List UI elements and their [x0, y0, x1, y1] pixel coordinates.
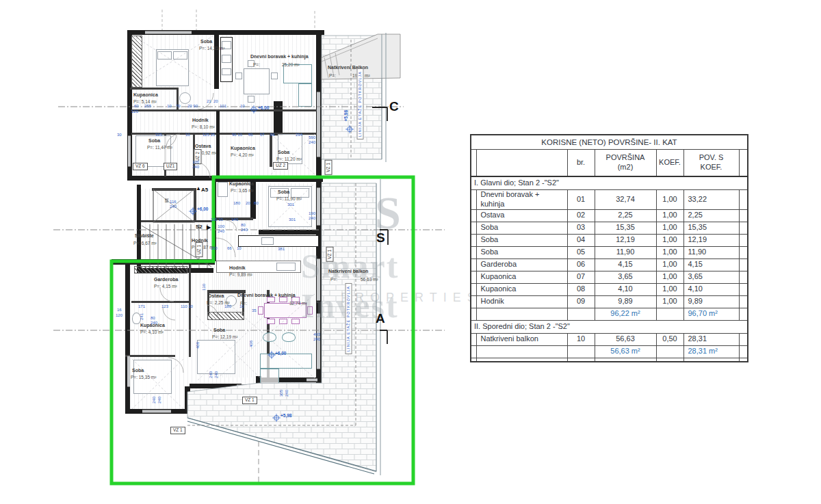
row-br-cell: 04 [567, 234, 595, 246]
dimension-label: 240 [309, 140, 315, 144]
row-gutter [739, 295, 748, 308]
row-koef-cell: 1,00 [656, 209, 683, 222]
row-gutter [471, 209, 476, 222]
box-label-label: VZ 1 [242, 397, 257, 404]
row-gutter [471, 295, 476, 308]
room-area-label: P=: 4,15 m² [154, 284, 177, 289]
box-label-label: VZ 1 [170, 427, 185, 434]
row-name-cell: Garderoba [476, 258, 567, 271]
subtotal-gutter [739, 345, 748, 358]
row-name-cell: Kupaonica [476, 271, 567, 283]
row-koef-cell: 1,00 [656, 234, 683, 246]
row-povrsina-cell: 2,25 [595, 209, 656, 222]
dimension-label: 21 20 [207, 99, 218, 103]
dimension-label: 123 [161, 304, 168, 308]
dimension-label: 325 [155, 133, 162, 137]
row-gutter [471, 234, 476, 246]
dimension-v-label: 408 [196, 342, 200, 349]
room-name-label: Garderoba [154, 277, 178, 282]
dimension-label: 116 [170, 200, 177, 204]
row-gutter [471, 190, 476, 210]
annotation-label: S2 [196, 224, 203, 230]
dimension-label: 120 [116, 313, 122, 317]
room-name-label: Kupaonica [229, 181, 254, 186]
room-name-label: Dnevni boravak + kuhinja [237, 293, 296, 297]
row-gutter [471, 283, 476, 295]
dimension-label: 301 [287, 202, 294, 207]
row-br-cell: 01 [567, 190, 595, 210]
dimension-label: 590 [309, 135, 315, 140]
room-area-label: P=: [329, 74, 336, 79]
dimension-label: 294 [296, 133, 302, 137]
dimension-v-label: 240 [285, 390, 289, 397]
row-gutter [739, 222, 748, 234]
dimension-v-label: 408 [249, 341, 253, 347]
dimension-label: 80 [254, 201, 259, 205]
row-name-cell: Ostava [476, 209, 567, 222]
row-koef-cell: 1,00 [656, 190, 683, 210]
row-koef-cell: 1,00 [656, 283, 683, 295]
dimension-label: 80 [151, 316, 155, 320]
dimension-label: 10 [240, 104, 245, 108]
dimension-label: 120 [131, 109, 138, 114]
row-br-cell: 10 [567, 333, 595, 345]
elevation-label: +6,00 [197, 207, 208, 212]
room-name-label: Hodnik [229, 265, 246, 270]
dimension-label: 171 [138, 304, 145, 308]
dimension-label: 240 [218, 229, 224, 233]
dimension-label: 10 [167, 104, 172, 108]
room-area-label: 56,63 m² [361, 278, 378, 282]
dimension-label: 80 [241, 223, 246, 227]
filler-cell [683, 358, 739, 362]
row-pov-s-koef-cell: 11,90 [683, 246, 739, 258]
box-label-label: VZ 6 [133, 163, 148, 170]
subtotal-pov-s-koef-cell: 96,70 m² [683, 308, 739, 320]
dimension-v-label: 240 [209, 371, 213, 378]
box-label-label: UZ1 [164, 163, 177, 170]
annotation-label: ▶ [207, 225, 211, 230]
dimension-v-label: 240 [214, 371, 218, 378]
header-br: br. [567, 150, 595, 177]
filler-cell [739, 358, 748, 362]
dimension-label: 35 [252, 308, 257, 313]
row-gutter [471, 246, 476, 258]
room-name-label: Kupaonica [133, 92, 158, 97]
room-area-label: P=: 4,10 m² [140, 330, 164, 335]
box-label-v-label: VZ 1 [325, 160, 333, 175]
dimension-label: 180 [224, 304, 231, 308]
subtotal-povrsina-cell: 96,22 m² [595, 308, 656, 320]
row-povrsina-cell: 3,65 [595, 271, 656, 283]
filler-cell [595, 358, 656, 362]
row-pov-s-koef-cell: 3,65 [683, 271, 739, 283]
dimension-label: 240 [192, 165, 199, 169]
subtotal-koef [656, 345, 683, 358]
dimension-label: 10 [237, 246, 242, 250]
box-label-v-label: UZ 1 [196, 242, 203, 257]
room-name-label: Ostava [195, 144, 211, 148]
dimension-label: 240 [313, 337, 320, 341]
room-name-label: Natkriveni balkon [328, 269, 368, 274]
dimension-label: 110 [211, 246, 218, 250]
row-name-cell: Natkriveni balkon [476, 333, 567, 345]
row-name-cell: Soba [476, 222, 567, 234]
row-povrsina-cell: 4,15 [595, 258, 656, 271]
dimension-label: 10 [239, 304, 244, 308]
row-br-cell: 06 [567, 258, 595, 271]
room-area-label: P=: [330, 278, 337, 282]
row-povrsina-cell: 12,19 [595, 234, 656, 246]
row-gutter [739, 190, 748, 210]
dimension-label: 70 [176, 104, 181, 108]
row-gutter [739, 258, 748, 271]
row-pov-s-koef-cell: 15,35 [683, 222, 739, 234]
floor-plan: S Smart Invest PROPERTIES SobaP=: 14,31 … [0, 0, 465, 504]
section-marker-label: A [376, 312, 385, 325]
room-area-label: P=: [253, 63, 260, 68]
row-koef-cell: 1,00 [656, 295, 683, 308]
elevation-v-label: +5,98 [344, 110, 349, 121]
row-gutter [739, 246, 748, 258]
dimension-label: 381 [278, 247, 285, 251]
subtotal-br [567, 308, 595, 320]
room-area-label: P=: 4,20 m² [231, 153, 254, 158]
row-povrsina-cell: 9,89 [595, 295, 656, 308]
dimension-label: 80 [248, 133, 253, 137]
